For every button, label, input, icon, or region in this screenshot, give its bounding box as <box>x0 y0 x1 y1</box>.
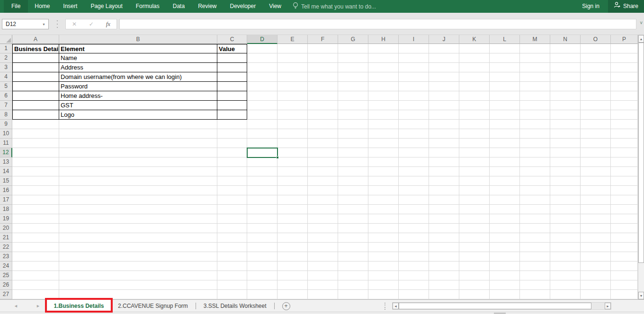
cell-O9[interactable] <box>581 120 611 129</box>
cell-K23[interactable] <box>459 252 490 262</box>
cell-H25[interactable] <box>368 271 399 280</box>
cell-G16[interactable] <box>338 186 368 195</box>
cell-E1[interactable] <box>277 44 308 53</box>
cell-M15[interactable] <box>520 176 550 186</box>
cell-O12[interactable] <box>581 148 611 157</box>
cell-L18[interactable] <box>490 205 520 214</box>
cell-M4[interactable] <box>520 72 550 82</box>
cell-P4[interactable] <box>611 72 638 82</box>
cell-M5[interactable] <box>520 82 550 91</box>
cell-C15[interactable] <box>217 176 247 186</box>
cell-P7[interactable] <box>611 101 638 110</box>
cell-P13[interactable] <box>611 157 638 167</box>
cell-D24[interactable] <box>247 262 277 271</box>
cell-M10[interactable] <box>520 129 550 139</box>
cell-H20[interactable] <box>368 224 399 233</box>
cell-N6[interactable] <box>550 91 581 101</box>
cell-I8[interactable] <box>399 110 429 120</box>
scroll-up-icon[interactable]: ▲ <box>638 35 644 43</box>
cell-M17[interactable] <box>520 195 550 205</box>
row-header-16[interactable]: 16 <box>0 186 12 195</box>
cell-K15[interactable] <box>459 176 490 186</box>
cell-L16[interactable] <box>490 186 520 195</box>
cell-G13[interactable] <box>338 157 368 167</box>
cell-M11[interactable] <box>520 139 550 148</box>
cell-K18[interactable] <box>459 205 490 214</box>
cell-K16[interactable] <box>459 186 490 195</box>
cell-B9[interactable] <box>59 120 217 129</box>
cell-I9[interactable] <box>399 120 429 129</box>
cell-I7[interactable] <box>399 101 429 110</box>
cell-F25[interactable] <box>308 271 338 280</box>
cell-A12[interactable] <box>12 148 59 157</box>
cell-M12[interactable] <box>520 148 550 157</box>
cell-A24[interactable] <box>12 262 59 271</box>
cell-G5[interactable] <box>338 82 368 91</box>
cell-I22[interactable] <box>399 243 429 252</box>
cell-K19[interactable] <box>459 214 490 224</box>
row-header-26[interactable]: 26 <box>0 280 12 290</box>
row-header-11[interactable]: 11 <box>0 139 12 148</box>
row-header-22[interactable]: 22 <box>0 243 12 252</box>
cell-N18[interactable] <box>550 205 581 214</box>
cell-J4[interactable] <box>429 72 459 82</box>
add-sheet-button[interactable]: + <box>282 302 290 310</box>
cell-B11[interactable] <box>59 139 217 148</box>
row-header-4[interactable]: 4 <box>0 72 12 82</box>
cell-M20[interactable] <box>520 224 550 233</box>
cell-B26[interactable] <box>59 280 217 290</box>
cell-M18[interactable] <box>520 205 550 214</box>
cell-N27[interactable] <box>550 290 581 299</box>
sign-in-button[interactable]: Sign in <box>573 0 608 13</box>
cell-M9[interactable] <box>520 120 550 129</box>
cell-P2[interactable] <box>611 53 638 63</box>
cell-I23[interactable] <box>399 252 429 262</box>
cell-E11[interactable] <box>277 139 308 148</box>
cell-O6[interactable] <box>581 91 611 101</box>
cell-J2[interactable] <box>429 53 459 63</box>
cell-A11[interactable] <box>12 139 59 148</box>
cell-A22[interactable] <box>12 243 59 252</box>
cell-E13[interactable] <box>277 157 308 167</box>
cell-H19[interactable] <box>368 214 399 224</box>
cell-B14[interactable] <box>59 167 217 176</box>
cell-F9[interactable] <box>308 120 338 129</box>
cell-L14[interactable] <box>490 167 520 176</box>
formula-expand-icon[interactable]: ˅ <box>640 20 643 26</box>
cell-I24[interactable] <box>399 262 429 271</box>
cell-B27[interactable] <box>59 290 217 299</box>
column-header-J[interactable]: J <box>429 35 459 44</box>
cell-O19[interactable] <box>581 214 611 224</box>
cell-C17[interactable] <box>217 195 247 205</box>
cell-H9[interactable] <box>368 120 399 129</box>
cell-B21[interactable] <box>59 233 217 243</box>
cell-B10[interactable] <box>59 129 217 139</box>
cell-I15[interactable] <box>399 176 429 186</box>
cell-N9[interactable] <box>550 120 581 129</box>
cell-D26[interactable] <box>247 280 277 290</box>
cell-K21[interactable] <box>459 233 490 243</box>
cell-A6[interactable] <box>12 91 59 101</box>
horizontal-scrollbar-thumb[interactable] <box>399 303 591 309</box>
cell-B17[interactable] <box>59 195 217 205</box>
cell-D11[interactable] <box>247 139 277 148</box>
ribbon-tab-view[interactable]: View <box>262 0 288 13</box>
cell-H14[interactable] <box>368 167 399 176</box>
row-header-20[interactable]: 20 <box>0 224 12 233</box>
cell-P1[interactable] <box>611 44 638 53</box>
cell-I12[interactable] <box>399 148 429 157</box>
cell-L8[interactable] <box>490 110 520 120</box>
cell-K27[interactable] <box>459 290 490 299</box>
cell-F18[interactable] <box>308 205 338 214</box>
cell-I1[interactable] <box>399 44 429 53</box>
cell-C8[interactable] <box>217 110 247 120</box>
cell-M22[interactable] <box>520 243 550 252</box>
cell-C25[interactable] <box>217 271 247 280</box>
cell-A3[interactable] <box>12 63 59 72</box>
row-header-23[interactable]: 23 <box>0 252 12 262</box>
cell-K14[interactable] <box>459 167 490 176</box>
cell-P12[interactable] <box>611 148 638 157</box>
cell-O13[interactable] <box>581 157 611 167</box>
cell-P11[interactable] <box>611 139 638 148</box>
cell-J17[interactable] <box>429 195 459 205</box>
